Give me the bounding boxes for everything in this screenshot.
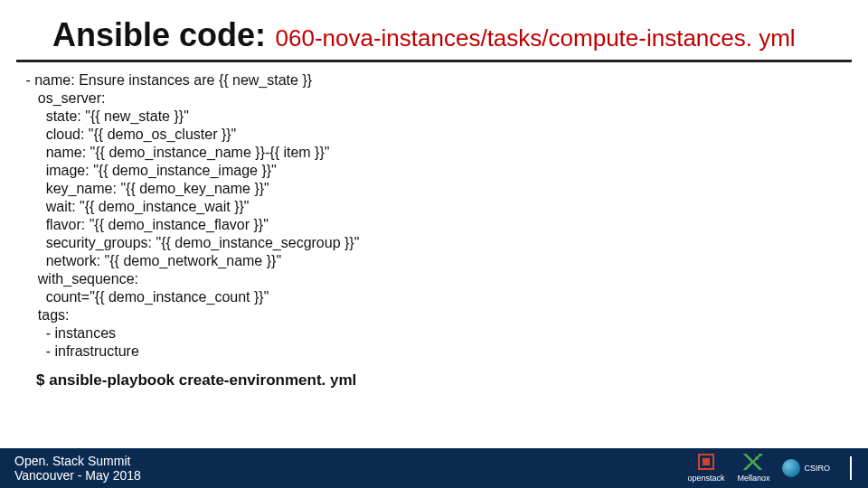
mellanox-logo-icon: Mellanox: [737, 454, 769, 483]
footer-logos: openstack Mellanox CSIRO: [687, 454, 852, 483]
footer-line2: Vancouver - May 2018: [14, 468, 141, 483]
title-row: Ansible code: 060-nova-instances/tasks/c…: [16, 0, 852, 62]
mellanox-logo-label: Mellanox: [737, 474, 769, 483]
csiro-logo-label: CSIRO: [804, 464, 830, 473]
footer-line1: Open. Stack Summit: [14, 454, 141, 468]
title-main: Ansible code:: [52, 16, 266, 53]
openstack-logo-icon: openstack: [687, 454, 724, 483]
command-line: $ ansible-playbook create-environment. y…: [0, 361, 868, 389]
footer-text: Open. Stack Summit Vancouver - May 2018: [14, 454, 141, 483]
openstack-logo-label: openstack: [687, 474, 724, 483]
slide: Ansible code: 060-nova-instances/tasks/c…: [0, 0, 868, 488]
title-sub: 060-nova-instances/tasks/compute-instanc…: [276, 24, 796, 52]
footer: Open. Stack Summit Vancouver - May 2018 …: [0, 448, 868, 488]
footer-divider: [850, 456, 852, 480]
code-block: - name: Ensure instances are {{ new_stat…: [0, 68, 868, 361]
csiro-logo-icon: CSIRO: [782, 459, 830, 477]
